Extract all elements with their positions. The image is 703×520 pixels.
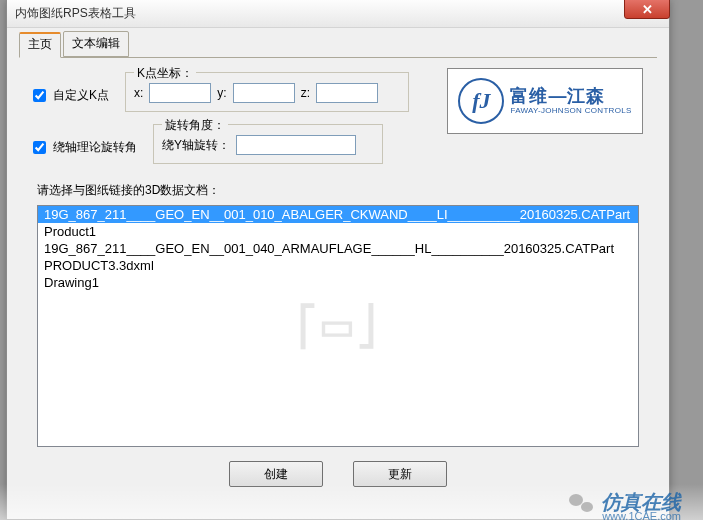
checkbox-axis-rotation[interactable]: 绕轴理论旋转角	[29, 138, 137, 157]
k-coord-legend: K点坐标：	[134, 65, 196, 82]
k-coord-fieldset: K点坐标： x: y: z:	[125, 72, 409, 112]
logo-text-cn: 富维—江森	[510, 87, 631, 107]
list-item[interactable]: PRODUCT3.3dxml	[38, 257, 638, 274]
close-icon: ✕	[642, 2, 653, 17]
z-label: z:	[301, 86, 310, 100]
create-button[interactable]: 创建	[229, 461, 323, 487]
z-input[interactable]	[316, 83, 378, 103]
x-label: x:	[134, 86, 143, 100]
list-item[interactable]: 19G_867_211____GEO_EN__001_010_ABALGER_C…	[38, 206, 638, 223]
main-window: 内饰图纸RPS表格工具 ✕ 主页 文本编辑 自定义K点 K点坐标： x: y	[6, 0, 670, 520]
rotation-fieldset: 旋转角度： 绕Y轴旋转：	[153, 124, 383, 164]
tab-strip: 主页 文本编辑	[19, 34, 657, 58]
checkbox-custom-k-input[interactable]	[33, 89, 46, 102]
logo-mark-icon: fJ	[458, 78, 504, 124]
close-button[interactable]: ✕	[624, 0, 670, 19]
logo-text-en: FAWAY-JOHNSON CONTROLS	[510, 107, 631, 116]
list-item[interactable]: Drawing1	[38, 274, 638, 291]
tab-text-edit[interactable]: 文本编辑	[63, 31, 129, 57]
tab-home[interactable]: 主页	[19, 32, 61, 58]
x-input[interactable]	[149, 83, 211, 103]
watermark-icon: ⎡▭⎦	[298, 304, 378, 348]
list-item[interactable]: 19G_867_211____GEO_EN__001_040_ARMAUFLAG…	[38, 240, 638, 257]
y-input[interactable]	[233, 83, 295, 103]
document-listbox[interactable]: 19G_867_211____GEO_EN__001_010_ABALGER_C…	[37, 205, 639, 447]
y-label: y:	[217, 86, 226, 100]
checkbox-custom-k[interactable]: 自定义K点	[29, 86, 109, 105]
rotation-legend: 旋转角度：	[162, 117, 228, 134]
company-logo: fJ 富维—江森 FAWAY-JOHNSON CONTROLS	[447, 68, 643, 134]
rotation-label: 绕Y轴旋转：	[162, 137, 230, 154]
checkbox-axis-rotation-input[interactable]	[33, 141, 46, 154]
window-title: 内饰图纸RPS表格工具	[15, 5, 136, 22]
list-item[interactable]: Product1	[38, 223, 638, 240]
rotation-input[interactable]	[236, 135, 356, 155]
list-label: 请选择与图纸链接的3D数据文档：	[37, 182, 647, 199]
update-button[interactable]: 更新	[353, 461, 447, 487]
titlebar: 内饰图纸RPS表格工具 ✕	[7, 0, 669, 28]
